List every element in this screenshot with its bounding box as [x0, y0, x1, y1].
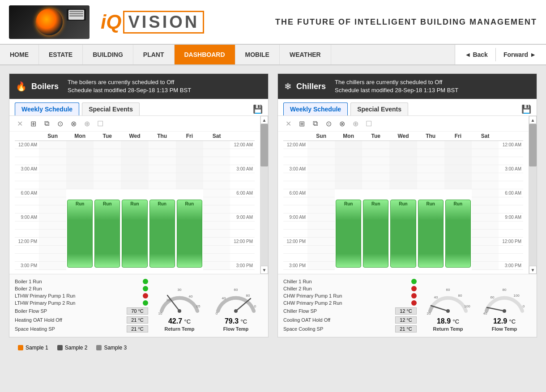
schedule-cell[interactable]	[203, 149, 230, 157]
run-block[interactable]: Run	[67, 200, 93, 268]
schedule-cell[interactable]	[149, 141, 176, 149]
schedule-cell[interactable]	[39, 246, 66, 254]
schedule-cell[interactable]	[307, 197, 335, 205]
grid-btn-c[interactable]: ⊞	[297, 119, 307, 128]
schedule-cell[interactable]	[472, 181, 499, 189]
schedule-cell[interactable]	[362, 141, 389, 149]
tab-special-chillers[interactable]: Special Events	[350, 102, 408, 115]
schedule-cell[interactable]	[176, 173, 203, 181]
schedule-cell[interactable]	[176, 149, 203, 157]
schedule-cell[interactable]	[307, 238, 335, 246]
schedule-cell[interactable]	[176, 141, 203, 149]
config-btn-c[interactable]: ⊕	[350, 119, 360, 128]
schedule-cell[interactable]	[307, 246, 335, 254]
schedule-cell[interactable]	[203, 246, 230, 254]
schedule-cell[interactable]: Run	[389, 189, 417, 271]
schedule-cell[interactable]	[39, 262, 66, 270]
schedule-cell[interactable]	[417, 165, 444, 173]
scroll-down-btn[interactable]: ▼	[260, 266, 268, 274]
schedule-cell[interactable]	[444, 157, 472, 165]
schedule-cell[interactable]	[389, 173, 417, 181]
schedule-cell[interactable]	[335, 165, 362, 173]
config-btn[interactable]: ⊕	[82, 119, 92, 128]
schedule-cell[interactable]	[39, 270, 66, 271]
schedule-cell[interactable]	[307, 141, 335, 149]
schedule-cell[interactable]: Run	[335, 189, 362, 271]
schedule-cell[interactable]	[362, 149, 389, 157]
run-block[interactable]: Run	[177, 200, 202, 268]
scroll-down-btn-c[interactable]: ▼	[529, 266, 537, 274]
square-btn[interactable]: ☐	[95, 119, 105, 128]
nav-dashboard[interactable]: DASHBOARD	[175, 45, 235, 64]
schedule-cell[interactable]	[203, 262, 230, 270]
save-chillers-button[interactable]: 💾	[521, 104, 531, 114]
nav-estate[interactable]: ESTATE	[39, 45, 83, 64]
schedule-cell[interactable]	[472, 246, 499, 254]
schedule-cell[interactable]	[472, 262, 499, 270]
schedule-cell[interactable]	[335, 149, 362, 157]
schedule-cell[interactable]	[203, 270, 230, 271]
nav-home[interactable]: HOME	[0, 45, 39, 64]
schedule-cell[interactable]	[39, 238, 66, 246]
schedule-cell[interactable]	[203, 230, 230, 238]
schedule-cell[interactable]	[39, 230, 66, 238]
nav-mobile[interactable]: MOBILE	[235, 45, 280, 64]
schedule-cell[interactable]	[66, 149, 94, 157]
schedule-cell[interactable]	[203, 222, 230, 230]
copy-btn-c[interactable]: ⧉	[310, 119, 320, 128]
schedule-cell[interactable]	[417, 157, 444, 165]
tab-weekly-chillers[interactable]: Weekly Schedule	[283, 102, 348, 115]
tab-weekly-boilers[interactable]: Weekly Schedule	[15, 102, 79, 115]
schedule-cell[interactable]	[307, 222, 335, 230]
schedule-cell[interactable]	[203, 197, 230, 205]
schedule-cell[interactable]	[94, 165, 121, 173]
schedule-cell[interactable]	[444, 141, 472, 149]
schedule-cell[interactable]	[203, 157, 230, 165]
schedule-cell[interactable]	[39, 141, 66, 149]
schedule-cell[interactable]	[417, 149, 444, 157]
schedule-cell[interactable]	[472, 270, 499, 271]
schedule-cell[interactable]	[203, 189, 230, 197]
schedule-cell[interactable]	[39, 189, 66, 197]
schedule-cell[interactable]	[203, 181, 230, 189]
paste-btn[interactable]: ⊙	[55, 119, 65, 128]
schedule-cell[interactable]	[39, 173, 66, 181]
schedule-cell[interactable]	[389, 149, 417, 157]
schedule-cell[interactable]	[203, 238, 230, 246]
nav-weather[interactable]: WEATHER	[280, 45, 331, 64]
schedule-cell[interactable]	[39, 149, 66, 157]
schedule-cell[interactable]	[389, 141, 417, 149]
schedule-cell[interactable]	[176, 157, 203, 165]
schedule-cell[interactable]	[472, 205, 499, 213]
schedule-cell[interactable]	[149, 181, 176, 189]
schedule-cell[interactable]	[417, 141, 444, 149]
schedule-cell[interactable]	[417, 181, 444, 189]
schedule-cell[interactable]	[94, 141, 121, 149]
clear-btn-c[interactable]: ⊗	[337, 119, 347, 128]
schedule-cell[interactable]	[307, 173, 335, 181]
schedule-cell[interactable]: Run	[149, 189, 176, 271]
schedule-cell[interactable]	[472, 189, 499, 197]
schedule-cell[interactable]	[203, 141, 230, 149]
schedule-cell[interactable]	[444, 165, 472, 173]
schedule-cell[interactable]	[121, 181, 148, 189]
schedule-cell[interactable]	[94, 173, 121, 181]
schedule-cell[interactable]	[121, 173, 148, 181]
back-button[interactable]: ◄ Back	[460, 49, 493, 60]
schedule-cell[interactable]	[444, 149, 472, 157]
delete-btn-c[interactable]: ✕	[283, 119, 293, 128]
schedule-cell[interactable]	[307, 189, 335, 197]
schedule-cell[interactable]	[307, 230, 335, 238]
schedule-cell[interactable]	[389, 165, 417, 173]
schedule-cell[interactable]	[39, 222, 66, 230]
nav-plant[interactable]: PLANT	[133, 45, 175, 64]
schedule-cell[interactable]	[472, 222, 499, 230]
schedule-cell[interactable]	[307, 181, 335, 189]
schedule-cell[interactable]	[149, 157, 176, 165]
schedule-cell[interactable]	[66, 173, 94, 181]
chillers-schedule-scroll[interactable]: Sun Mon Tue Wed Thu Fri Sat	[283, 132, 523, 270]
delete-btn[interactable]: ✕	[15, 119, 25, 128]
schedule-cell[interactable]	[149, 149, 176, 157]
schedule-cell[interactable]	[307, 149, 335, 157]
run-block[interactable]: Run	[390, 200, 416, 268]
